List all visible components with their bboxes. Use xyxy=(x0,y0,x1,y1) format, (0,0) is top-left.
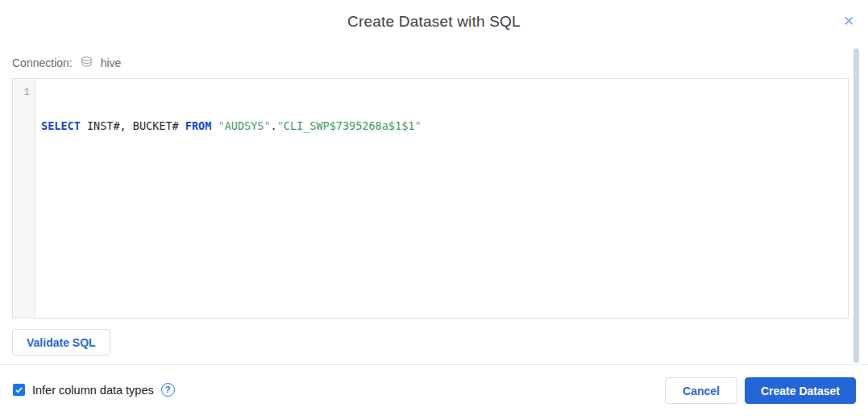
sql-token: " xyxy=(414,119,421,132)
line-number-gutter: 1 xyxy=(13,79,35,318)
sql-editor[interactable]: 1 SELECT INST#, BUCKET# FROM "AUDSYS"."C… xyxy=(12,78,849,318)
create-dataset-button[interactable]: Create Dataset xyxy=(745,377,856,404)
footer-divider xyxy=(0,364,868,365)
line-number: 1 xyxy=(23,86,30,98)
footer-actions: Cancel Create Dataset xyxy=(665,377,856,404)
validate-sql-button[interactable]: Validate SQL xyxy=(12,329,110,356)
sql-token: . xyxy=(271,119,277,132)
help-icon[interactable]: ? xyxy=(161,383,175,397)
footer-options: Infer column data types ? xyxy=(13,383,175,397)
sql-token: INST#, BUCKET# xyxy=(81,119,185,132)
infer-types-checkbox[interactable] xyxy=(13,384,25,396)
dialog-title: Create Dataset with SQL xyxy=(0,13,868,31)
close-icon[interactable]: ✕ xyxy=(841,14,857,30)
cancel-button[interactable]: Cancel xyxy=(665,377,737,404)
sql-token: AUDSYS xyxy=(225,119,264,132)
sql-token: " xyxy=(264,119,270,132)
sql-token: FROM xyxy=(185,119,212,132)
vertical-scrollbar[interactable] xyxy=(853,48,859,363)
infer-types-label: Infer column data types xyxy=(32,384,154,397)
checkmark-icon xyxy=(15,385,23,394)
database-icon xyxy=(80,56,93,69)
sql-token: CLI_SWP$7395268a$1$1 xyxy=(284,119,415,132)
connection-name: hive xyxy=(101,56,122,69)
sql-token: SELECT xyxy=(41,119,81,132)
create-dataset-dialog: Create Dataset with SQL ✕ Connection: hi… xyxy=(0,0,868,416)
sql-token: " xyxy=(218,119,224,132)
connection-row: Connection: hive xyxy=(12,56,121,69)
sql-token: " xyxy=(277,119,284,132)
sql-code-area[interactable]: SELECT INST#, BUCKET# FROM "AUDSYS"."CLI… xyxy=(35,79,848,318)
sql-code-line: SELECT INST#, BUCKET# FROM "AUDSYS"."CLI… xyxy=(41,118,841,134)
connection-label: Connection: xyxy=(12,56,73,69)
